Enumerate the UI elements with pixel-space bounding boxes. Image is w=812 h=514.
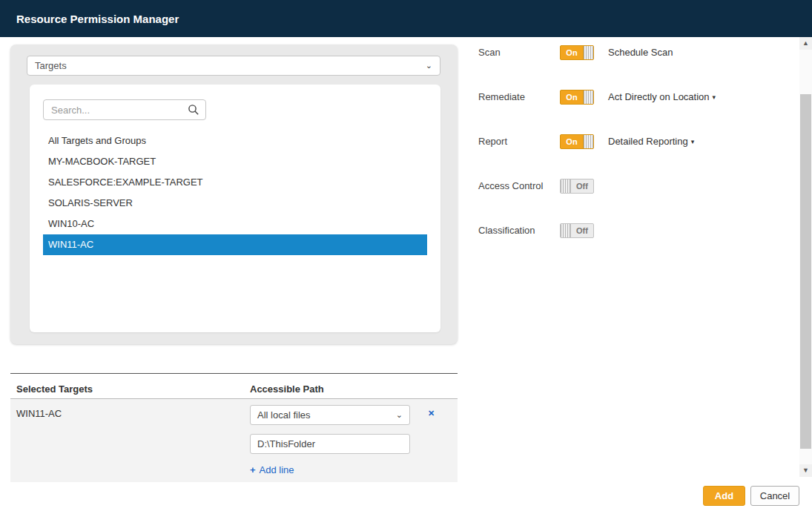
options-panel: ScanOnSchedule ScanRemediateOnAct Direct… bbox=[478, 45, 790, 267]
scan-toggle[interactable]: On bbox=[560, 45, 594, 60]
toggle-grip-icon bbox=[583, 90, 593, 104]
scrollbar-thumb[interactable] bbox=[800, 94, 811, 449]
target-list-item[interactable]: WIN10-AC bbox=[43, 214, 427, 234]
scan-option-value: Schedule Scan bbox=[608, 47, 673, 58]
search-input[interactable] bbox=[43, 99, 206, 120]
target-list-item[interactable]: SOLARIS-SERVER bbox=[43, 193, 427, 214]
plus-icon: + bbox=[250, 464, 256, 475]
chevron-down-icon: ⌄ bbox=[396, 411, 403, 419]
page-title: Resource Permission Manager bbox=[16, 13, 179, 25]
scroll-down-icon[interactable]: ▼ bbox=[799, 464, 812, 477]
toggle-state-label: On bbox=[561, 46, 583, 59]
option-row: RemediateOnAct Directly on Location▾ bbox=[478, 89, 790, 105]
vertical-scrollbar: ▲ ▼ bbox=[799, 37, 812, 477]
col-accessible-path: Accessible Path bbox=[250, 383, 324, 395]
option-row: ReportOnDetailed Reporting▾ bbox=[478, 134, 790, 149]
toggle-grip-icon bbox=[583, 135, 593, 148]
table-row: WIN11-AC All local files ⌄ ✕ +Add line bbox=[10, 399, 458, 482]
footer-actions: Add Cancel bbox=[703, 486, 799, 506]
col-selected-targets: Selected Targets bbox=[16, 383, 93, 395]
target-list-item[interactable]: MY-MACBOOK-TARGET bbox=[43, 151, 427, 172]
option-label: Remediate bbox=[478, 91, 560, 102]
report-option-value[interactable]: Detailed Reporting▾ bbox=[608, 136, 694, 147]
separator bbox=[10, 373, 458, 374]
option-row: Access ControlOff bbox=[478, 178, 790, 194]
toggle-state-label: On bbox=[561, 90, 583, 104]
target-cell: WIN11-AC bbox=[16, 408, 62, 419]
add-line-link[interactable]: +Add line bbox=[250, 464, 294, 475]
chevron-down-icon: ⌄ bbox=[426, 62, 432, 70]
remediate-toggle[interactable]: On bbox=[560, 90, 594, 105]
classification-toggle[interactable]: Off bbox=[560, 223, 594, 238]
target-list-panel: All Targets and GroupsMY-MACBOOK-TARGETS… bbox=[30, 85, 440, 332]
target-list: All Targets and GroupsMY-MACBOOK-TARGETS… bbox=[43, 131, 427, 255]
report-toggle[interactable]: On bbox=[560, 134, 594, 149]
window-titlebar: Resource Permission Manager bbox=[0, 0, 812, 37]
option-label: Classification bbox=[478, 225, 560, 236]
cancel-button[interactable]: Cancel bbox=[750, 486, 799, 506]
toggle-state-label: Off bbox=[571, 179, 593, 193]
toggle-grip-icon bbox=[583, 46, 593, 59]
toggle-state-label: Off bbox=[571, 224, 593, 237]
caret-down-icon: ▾ bbox=[691, 138, 695, 145]
target-type-select[interactable]: Targets ⌄ bbox=[27, 56, 440, 76]
add-button[interactable]: Add bbox=[703, 486, 745, 506]
selected-table-header: Selected Targets Accessible Path bbox=[10, 379, 458, 399]
remediate-option-value[interactable]: Act Directly on Location▾ bbox=[608, 91, 716, 102]
target-list-item[interactable]: All Targets and Groups bbox=[43, 131, 427, 151]
scroll-up-icon[interactable]: ▲ bbox=[799, 37, 812, 50]
search-box bbox=[43, 99, 206, 120]
access-control-toggle[interactable]: Off bbox=[560, 179, 594, 194]
toggle-state-label: On bbox=[561, 135, 583, 148]
option-label: Access Control bbox=[478, 180, 560, 191]
option-row: ClassificationOff bbox=[478, 223, 790, 238]
target-picker-panel: Targets ⌄ All Targets and GroupsMY-MACBO… bbox=[10, 45, 458, 344]
target-list-item[interactable]: SALESFORCE:EXAMPLE-TARGET bbox=[43, 172, 427, 193]
target-list-item[interactable]: WIN11-AC bbox=[43, 234, 427, 255]
toggle-grip-icon bbox=[561, 224, 571, 237]
caret-down-icon: ▾ bbox=[713, 93, 716, 101]
path-type-select[interactable]: All local files ⌄ bbox=[250, 405, 410, 425]
toggle-grip-icon bbox=[561, 179, 571, 193]
path-type-value: All local files bbox=[257, 409, 311, 421]
option-row: ScanOnSchedule Scan bbox=[478, 45, 790, 60]
path-input[interactable] bbox=[250, 434, 410, 454]
add-line-label: Add line bbox=[260, 464, 294, 475]
target-type-value: Targets bbox=[35, 60, 67, 71]
search-icon bbox=[188, 104, 199, 116]
remove-row-icon[interactable]: ✕ bbox=[428, 409, 435, 418]
option-label: Scan bbox=[478, 47, 560, 58]
option-label: Report bbox=[478, 136, 560, 147]
